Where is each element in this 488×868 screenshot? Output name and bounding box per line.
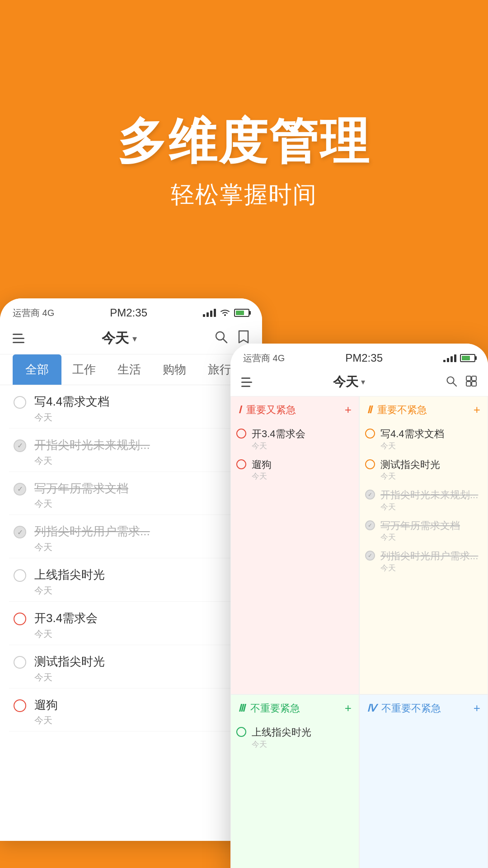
task-title: 开指尖时光未来规划... (34, 438, 249, 453)
q2-task-date: 今天 (380, 471, 440, 481)
task-checkbox[interactable] (14, 526, 26, 538)
task-title: 遛狗 (34, 698, 249, 713)
task-item[interactable]: 列指尖时光用户需求... 今天 (9, 515, 253, 558)
q3-task-item[interactable]: 上线指尖时光 今天 (236, 722, 353, 753)
hamburger-line (241, 382, 252, 383)
hamburger-line (13, 338, 24, 339)
task-title: 列指尖时光用户需求... (34, 524, 249, 539)
tab-life[interactable]: 生活 (107, 354, 152, 385)
task-date: 今天 (34, 671, 249, 684)
task-checkbox[interactable] (14, 396, 26, 409)
q4-title: 不重要不紧急 (381, 703, 441, 714)
q4-add-button[interactable]: + (474, 701, 480, 715)
q4-label: Ⅳ 不重要不紧急 (367, 702, 441, 715)
task-content: 开指尖时光未来规划... 今天 (34, 438, 249, 467)
q1-task-item[interactable]: 遛狗 今天 (236, 455, 353, 486)
task-checkbox[interactable] (14, 569, 26, 582)
task-checkbox[interactable] (14, 439, 26, 452)
q3-task-checkbox[interactable] (236, 727, 246, 737)
q3-title: 不重要紧急 (250, 703, 300, 714)
q2-add-button[interactable]: + (474, 403, 480, 417)
q2-task-checkbox[interactable] (365, 429, 375, 439)
dropdown-arrow: ▾ (361, 377, 365, 387)
q1-add-button[interactable]: + (345, 403, 352, 417)
quadrant-grid: Ⅰ 重要又紧急 + 开3.4需求会 今天 (230, 396, 488, 868)
tab-shopping[interactable]: 购物 (152, 354, 197, 385)
task-checkbox[interactable] (14, 483, 26, 495)
hamburger-menu-icon[interactable] (241, 377, 252, 387)
task-item[interactable]: 开指尖时光未来规划... 今天 (9, 429, 253, 472)
q2-task-checkbox[interactable] (365, 459, 375, 469)
task-date: 今天 (34, 585, 249, 597)
time-front: PM2:35 (345, 352, 383, 364)
q1-task-date: 今天 (252, 471, 272, 481)
q2-task-title: 开指尖时光未来规划... (380, 489, 478, 502)
tab-all[interactable]: 全部 (13, 354, 61, 385)
q2-task-item[interactable]: 列指尖时光用户需求... 今天 (365, 546, 482, 577)
search-icon[interactable] (214, 330, 228, 347)
q1-task-item[interactable]: 开3.4需求会 今天 (236, 424, 353, 455)
task-item[interactable]: 写万年历需求文档 今天 (9, 472, 253, 515)
header-title-group[interactable]: 今天 ▾ (333, 373, 365, 391)
q2-task-date: 今天 (380, 563, 478, 573)
q3-add-button[interactable]: + (345, 701, 352, 715)
hero-section: 多维度管理 轻松掌握时间 (0, 0, 488, 307)
q1-task-checkbox[interactable] (236, 459, 246, 469)
grid-view-icon[interactable] (465, 375, 477, 389)
task-title: 上线指尖时光 (34, 567, 249, 583)
task-content: 上线指尖时光 今天 (34, 567, 249, 597)
task-list: 写4.4需求文档 今天 开指尖时光未来规划... 今天 写万年历需求文档 今天 (0, 385, 262, 731)
battery-icon (234, 309, 249, 317)
task-item[interactable]: 写4.4需求文档 今天 (9, 385, 253, 429)
svg-rect-8 (472, 382, 476, 386)
q1-title: 重要又紧急 (246, 404, 296, 415)
time-back: PM2:35 (110, 307, 147, 319)
phone-front: 运营商 4G PM2:35 (230, 344, 488, 868)
q1-task-date: 今天 (252, 441, 305, 451)
task-item[interactable]: 上线指尖时光 今天 (9, 558, 253, 602)
task-checkbox[interactable] (14, 613, 26, 625)
q1-task-title: 遛狗 (252, 458, 272, 472)
q2-task-content: 写万年历需求文档 今天 (380, 519, 460, 543)
q1-num: Ⅰ (238, 404, 241, 415)
hamburger-menu-icon[interactable] (13, 334, 24, 343)
task-item[interactable]: 遛狗 今天 (9, 689, 253, 732)
task-checkbox[interactable] (14, 656, 26, 669)
search-icon[interactable] (446, 375, 457, 389)
task-title: 写万年历需求文档 (34, 481, 249, 496)
hero-subtitle: 轻松掌握时间 (171, 179, 317, 211)
q3-num: Ⅲ (238, 703, 245, 714)
q1-header: Ⅰ 重要又紧急 + (231, 396, 359, 421)
status-bar-back: 运营商 4G PM2:35 (0, 298, 262, 324)
q2-task-item[interactable]: 测试指尖时光 今天 (365, 455, 482, 486)
q2-task-checkbox[interactable] (365, 520, 375, 530)
category-tabs: 全部 工作 生活 购物 旅行 (0, 354, 262, 385)
q1-tasks: 开3.4需求会 今天 遛狗 今天 (231, 421, 359, 694)
q2-task-item[interactable]: 写万年历需求文档 今天 (365, 516, 482, 547)
svg-point-0 (224, 314, 226, 316)
q2-header: Ⅱ 重要不紧急 + (360, 396, 488, 421)
task-checkbox[interactable] (14, 699, 26, 712)
q1-task-content: 遛狗 今天 (252, 458, 272, 482)
task-content: 遛狗 今天 (34, 698, 249, 727)
task-title: 开3.4需求会 (34, 611, 249, 626)
q1-task-checkbox[interactable] (236, 429, 246, 439)
hamburger-line (13, 334, 23, 335)
task-item[interactable]: 测试指尖时光 今天 (9, 645, 253, 689)
task-date: 今天 (34, 628, 249, 640)
svg-line-2 (223, 339, 227, 343)
q2-task-item[interactable]: 写4.4需求文档 今天 (365, 424, 482, 455)
q2-title: 重要不紧急 (377, 404, 427, 415)
q3-task-title: 上线指尖时光 (252, 726, 311, 739)
q2-task-item[interactable]: 开指尖时光未来规划... 今天 (365, 485, 482, 516)
task-content: 开3.4需求会 今天 (34, 611, 249, 640)
q2-task-date: 今天 (380, 532, 460, 542)
q2-tasks: 写4.4需求文档 今天 测试指尖时光 今天 (360, 421, 488, 694)
q2-task-checkbox[interactable] (365, 490, 375, 500)
svg-rect-6 (472, 376, 476, 381)
task-item[interactable]: 开3.4需求会 今天 (9, 602, 253, 645)
tab-work[interactable]: 工作 (61, 354, 107, 385)
q2-task-checkbox[interactable] (365, 551, 375, 561)
header-title-group[interactable]: 今天 ▾ (102, 329, 137, 348)
q1-task-content: 开3.4需求会 今天 (252, 428, 305, 451)
